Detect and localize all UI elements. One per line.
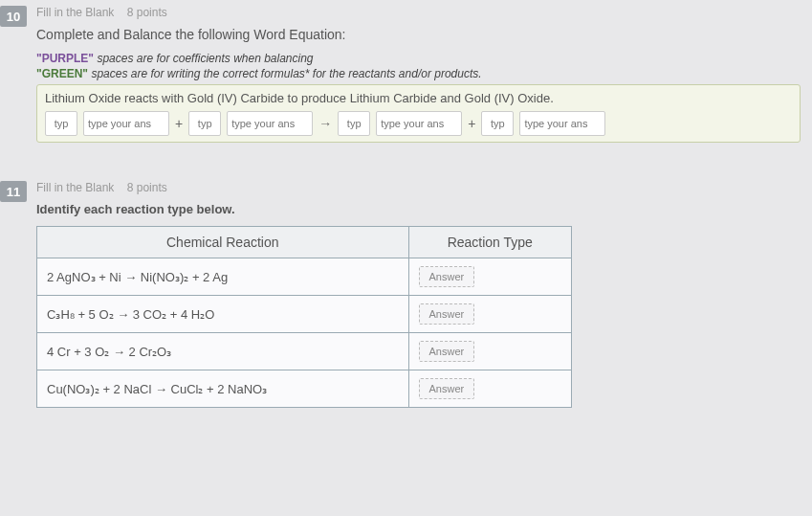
- header-reaction-type: Reaction Type: [408, 227, 572, 258]
- equation-box: Lithium Oxide reacts with Gold (IV) Carb…: [36, 84, 801, 143]
- question-prompt: Identify each reaction type below.: [36, 202, 801, 216]
- formula-input-4[interactable]: [519, 111, 605, 136]
- answer-input[interactable]: Answer: [419, 266, 475, 287]
- coefficient-input-1[interactable]: [45, 111, 77, 136]
- hint-green-text: spaces are for writing the correct formu…: [88, 67, 482, 80]
- answer-cell: Answer: [408, 258, 572, 296]
- hint-green-label: "GREEN": [36, 67, 88, 80]
- answer-input[interactable]: Answer: [419, 378, 475, 399]
- question-points-label: 8 points: [127, 6, 167, 19]
- question-number-badge: 11: [0, 181, 27, 202]
- table-row: Cu(NO₃)₂ + 2 NaCl → CuCl₂ + 2 NaNO₃ Answ…: [37, 370, 572, 408]
- hint-purple: "PURPLE" spaces are for coefficients whe…: [36, 52, 801, 65]
- question-10: 10 Fill in the Blank 8 points Complete a…: [0, 6, 812, 143]
- question-number-badge: 10: [0, 6, 27, 27]
- answer-cell: Answer: [408, 370, 572, 408]
- table-row: 2 AgNO₃ + Ni → Ni(NO₃)₂ + 2 Ag Answer: [37, 258, 572, 296]
- question-content: Fill in the Blank 8 points Identify each…: [36, 181, 812, 408]
- question-prompt: Complete and Balance the following Word …: [36, 27, 801, 42]
- question-meta: Fill in the Blank 8 points: [36, 6, 801, 19]
- coefficient-input-2[interactable]: [188, 111, 221, 136]
- hint-purple-text: spaces are for coefficients when balanci…: [94, 52, 313, 65]
- answer-cell: Answer: [408, 296, 572, 333]
- table-row: C₃H₈ + 5 O₂ → 3 CO₂ + 4 H₂O Answer: [37, 296, 572, 333]
- answer-cell: Answer: [408, 333, 572, 370]
- question-type-label: Fill in the Blank: [36, 181, 114, 194]
- header-chemical-reaction: Chemical Reaction: [37, 227, 409, 258]
- table-row: 4 Cr + 3 O₂ → 2 Cr₂O₃ Answer: [37, 333, 572, 370]
- question-11: 11 Fill in the Blank 8 points Identify e…: [0, 181, 812, 408]
- reaction-table: Chemical Reaction Reaction Type 2 AgNO₃ …: [36, 226, 572, 408]
- reaction-cell: 2 AgNO₃ + Ni → Ni(NO₃)₂ + 2 Ag: [37, 258, 409, 296]
- question-content: Fill in the Blank 8 points Complete and …: [36, 6, 812, 143]
- equation-text: Lithium Oxide reacts with Gold (IV) Carb…: [45, 91, 792, 105]
- question-type-label: Fill in the Blank: [36, 6, 114, 19]
- equation-inputs: + → +: [45, 111, 792, 136]
- coefficient-input-3[interactable]: [338, 111, 370, 136]
- reaction-cell: 4 Cr + 3 O₂ → 2 Cr₂O₃: [37, 333, 409, 370]
- question-meta: Fill in the Blank 8 points: [36, 181, 801, 194]
- hint-green: "GREEN" spaces are for writing the corre…: [36, 67, 801, 80]
- hint-purple-label: "PURPLE": [36, 52, 94, 65]
- arrow-icon: →: [318, 116, 332, 131]
- coefficient-input-4[interactable]: [481, 111, 514, 136]
- answer-input[interactable]: Answer: [419, 341, 475, 362]
- table-header-row: Chemical Reaction Reaction Type: [37, 227, 572, 258]
- formula-input-2[interactable]: [227, 111, 313, 136]
- plus-sign: +: [468, 116, 475, 131]
- question-points-label: 8 points: [127, 181, 167, 194]
- answer-input[interactable]: Answer: [419, 303, 475, 325]
- formula-input-3[interactable]: [376, 111, 462, 136]
- reaction-cell: Cu(NO₃)₂ + 2 NaCl → CuCl₂ + 2 NaNO₃: [37, 370, 409, 408]
- reaction-cell: C₃H₈ + 5 O₂ → 3 CO₂ + 4 H₂O: [37, 296, 409, 333]
- formula-input-1[interactable]: [83, 111, 169, 136]
- plus-sign: +: [175, 116, 183, 131]
